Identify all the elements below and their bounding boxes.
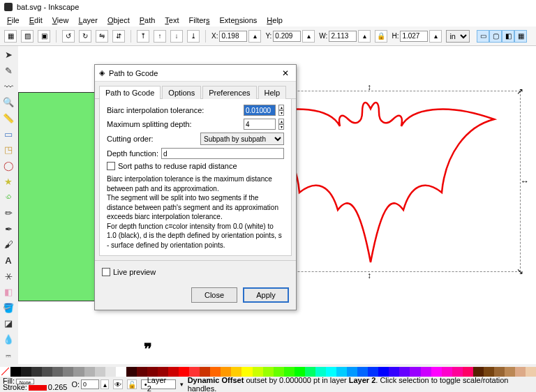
color-swatch[interactable] [116,367,126,377]
rect-tool-icon[interactable]: ▭ [1,127,15,141]
color-swatch[interactable] [137,367,147,377]
raise-icon[interactable]: ↑ [154,30,166,43]
max-depth-input[interactable] [244,119,276,130]
color-swatch[interactable] [389,367,399,377]
layer-visibility-icon[interactable]: 👁 [113,379,123,389]
color-swatch[interactable] [10,367,21,377]
h-input[interactable] [400,31,428,42]
color-swatch[interactable] [284,367,295,377]
ellipse-tool-icon[interactable]: ◯ [1,159,15,173]
fill-swatch[interactable]: None [16,379,34,384]
color-swatch[interactable] [357,367,368,377]
color-swatch[interactable] [95,367,105,377]
y-spin[interactable]: ▴ [302,30,315,43]
color-swatch[interactable] [378,367,389,377]
scale-handle-tr[interactable]: ↗ [516,88,523,95]
color-swatch[interactable] [73,367,84,377]
color-swatch[interactable] [231,367,241,377]
star-tool-icon[interactable]: ★ [1,174,15,188]
color-swatch[interactable] [305,367,315,377]
color-swatch[interactable] [84,367,95,377]
color-swatch[interactable] [452,367,463,377]
eraser-tool-icon[interactable]: ◧ [1,285,15,299]
lower-icon[interactable]: ↓ [170,30,183,43]
unit-select[interactable]: in [446,30,470,43]
color-swatch[interactable] [295,367,305,377]
dropper-tool-icon[interactable]: 💧 [1,333,15,347]
scale-handle-bottom[interactable]: ↕ [367,272,374,279]
color-swatch[interactable] [31,367,42,377]
opacity-spin[interactable]: ▴ [100,379,109,389]
w-spin[interactable]: ▴ [358,30,371,43]
affect-corners-icon[interactable]: ▢ [489,30,502,43]
color-swatch[interactable] [126,367,137,377]
menu-view[interactable]: View [48,15,73,25]
tab-help[interactable]: Help [258,86,287,99]
gradient-tool-icon[interactable]: ◪ [1,317,15,331]
depth-spinner[interactable]: ▴▾ [278,119,284,130]
spiral-tool-icon[interactable]: ꩜ [1,190,15,204]
biarc-spinner[interactable]: ▴▾ [278,105,284,116]
color-swatch[interactable] [326,367,336,377]
color-swatch[interactable] [210,367,221,377]
color-swatch[interactable] [21,367,31,377]
tab-options[interactable]: Options [162,86,201,99]
menu-filters[interactable]: Filters [185,15,214,25]
color-swatch[interactable] [263,367,274,377]
spray-tool-icon[interactable]: ⚹ [1,269,15,283]
select-all-icon[interactable]: ▦ [4,30,17,43]
color-swatch[interactable] [189,367,200,377]
menu-file[interactable]: File [3,15,24,25]
live-preview-checkbox[interactable]: Live preview [102,268,289,276]
pencil-tool-icon[interactable]: ✏ [1,206,15,220]
color-swatch[interactable] [200,367,210,377]
color-swatch[interactable] [274,367,284,377]
color-swatch[interactable] [431,367,442,377]
color-swatch[interactable] [368,367,378,377]
lock-icon[interactable]: 🔒 [375,30,387,43]
color-swatch[interactable] [515,367,526,377]
color-swatch[interactable] [410,367,420,377]
menu-object[interactable]: Object [103,15,134,25]
selector-tool-icon[interactable]: ➤ [1,48,15,62]
cutting-order-select[interactable]: Subpath by subpath [200,133,284,145]
rotate-ccw-icon[interactable]: ↺ [62,30,75,43]
node-tool-icon[interactable]: ✎ [1,64,15,78]
select-layers-icon[interactable]: ▨ [21,30,34,43]
color-swatch[interactable] [52,367,63,377]
color-swatch[interactable] [399,367,410,377]
flip-h-icon[interactable]: ⇋ [96,30,108,43]
color-swatch[interactable] [253,367,263,377]
biarc-tolerance-input[interactable] [244,105,276,116]
color-swatch[interactable] [241,367,252,377]
x-spin[interactable]: ▴ [248,30,261,43]
deselect-icon[interactable]: ▣ [38,30,50,43]
affect-stroke-icon[interactable]: ▭ [477,30,489,43]
y-input[interactable] [273,31,301,42]
close-button[interactable]: Close [191,287,237,303]
depth-function-input[interactable] [161,148,284,159]
tab-path-to-gcode[interactable]: Path to Gcode [99,86,161,99]
raise-top-icon[interactable]: ⤒ [137,30,149,43]
menu-path[interactable]: Path [135,15,160,25]
apply-button[interactable]: Apply [243,287,289,303]
color-swatch[interactable] [442,367,452,377]
color-swatch[interactable] [42,367,52,377]
close-icon[interactable]: ✕ [279,67,292,80]
color-swatch[interactable] [421,367,431,377]
scale-handle-br[interactable]: ↘ [516,268,523,275]
color-swatch[interactable] [505,367,515,377]
menu-help[interactable]: Help [262,15,287,25]
layer-selector[interactable]: • Layer 2 [141,379,176,389]
tab-preferences[interactable]: Preferences [202,86,256,99]
h-spin[interactable]: ▴ [429,30,442,43]
3dbox-tool-icon[interactable]: ◳ [1,143,15,157]
calligraphy-tool-icon[interactable]: 🖌 [1,238,15,252]
x-input[interactable] [219,31,247,42]
tweak-tool-icon[interactable]: 〰 [1,80,15,93]
color-swatch[interactable] [105,367,116,377]
menu-text[interactable]: Text [161,15,183,25]
color-swatch[interactable] [63,367,73,377]
bucket-tool-icon[interactable]: 🪣 [1,301,15,315]
text-tool-icon[interactable]: A [1,254,15,268]
